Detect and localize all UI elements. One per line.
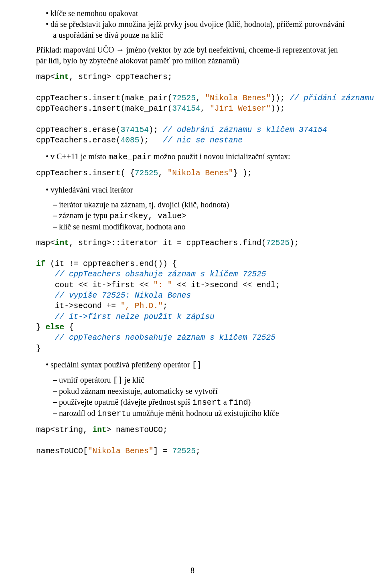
code-inline: make_pair xyxy=(108,152,152,162)
page: klíče se nemohou opakovat dá se představ… xyxy=(0,0,385,588)
text: možno použít i novou inicializační synta… xyxy=(152,152,290,161)
text: u umožňuje měnit hodnotu už existujícího… xyxy=(126,409,279,418)
code-block-1: map<int, string> cppTeachers; cppTeacher… xyxy=(36,72,349,146)
list-item: speciální syntax používá přetížený operá… xyxy=(53,359,349,371)
bullet-list-2: v C++11 je místo make_pair možno použít … xyxy=(36,151,349,162)
bullet-list-4: speciální syntax používá přetížený operá… xyxy=(36,359,349,371)
list-item: klíč se nesmí modifikovat, hodnota ano xyxy=(62,221,349,232)
list-item: klíče se nemohou opakovat xyxy=(53,8,349,19)
text: ) xyxy=(248,397,251,406)
text: pokud záznam neexistuje, automaticky se … xyxy=(59,387,217,395)
list-item: narozdíl od insertu umožňuje měnit hodno… xyxy=(62,408,349,419)
list-item: pokud záznam neexistuje, automaticky se … xyxy=(62,386,349,397)
list-item: iterátor ukazuje na záznam, tj. dvojici … xyxy=(62,199,349,210)
text: a xyxy=(221,397,229,406)
text: narozdíl od xyxy=(59,409,97,418)
text: používejte opatrně (dávejte přednost spí… xyxy=(59,397,192,406)
text: Příklad: mapování UČO → jméno (vektor by… xyxy=(36,45,338,65)
text: speciální syntax používá přetížený operá… xyxy=(51,360,192,369)
code-block-4: map<string, int> namesToUCO; namesToUCO[… xyxy=(36,425,349,456)
text: klíče se nemohou opakovat xyxy=(51,9,138,18)
text: uvnitř operátoru xyxy=(59,375,113,384)
code-inline: find xyxy=(229,398,248,407)
text: klíč se nesmí modifikovat, hodnota ano xyxy=(59,222,186,231)
bullet-list-3-sub: iterátor ukazuje na záznam, tj. dvojici … xyxy=(36,199,349,232)
bullet-list-3: vyhledávání vrací iterátor xyxy=(36,185,349,195)
list-item: dá se představit jako množina jejíž prvk… xyxy=(53,19,349,41)
list-item: záznam je typu pair<key, value> xyxy=(62,210,349,221)
list-item: používejte opatrně (dávejte přednost spí… xyxy=(62,397,349,408)
text: vyhledávání vrací iterátor xyxy=(51,185,133,194)
page-number: 8 xyxy=(0,565,385,576)
code-inline: pair<key, value> xyxy=(109,211,186,221)
code-inline: [] xyxy=(192,361,202,370)
bullet-list-1: klíče se nemohou opakovat dá se představ… xyxy=(36,8,349,41)
code-block-2: cppTeachers.insert( {72525, "Nikola Bene… xyxy=(36,168,349,178)
code-block-3: map<int, string>::iterator it = cppTeach… xyxy=(36,238,349,354)
text: záznam je typu xyxy=(59,211,109,220)
code-inline: insert xyxy=(192,398,221,407)
text: v C++11 je místo xyxy=(51,152,108,161)
paragraph: Příklad: mapování UČO → jméno (vektor by… xyxy=(36,45,349,66)
list-item: uvnitř operátoru [] je klíč xyxy=(62,375,349,386)
bullet-list-4-sub: uvnitř operátoru [] je klíč pokud záznam… xyxy=(36,375,349,419)
text: dá se představit jako množina jejíž prvk… xyxy=(51,20,344,39)
list-item: vyhledávání vrací iterátor xyxy=(53,185,349,195)
code-inline: insert xyxy=(97,409,126,418)
list-item: v C++11 je místo make_pair možno použít … xyxy=(53,151,349,162)
text: iterátor ukazuje na záznam, tj. dvojici … xyxy=(59,200,229,209)
code-inline: [] xyxy=(113,376,122,385)
text: je klíč xyxy=(122,375,144,384)
